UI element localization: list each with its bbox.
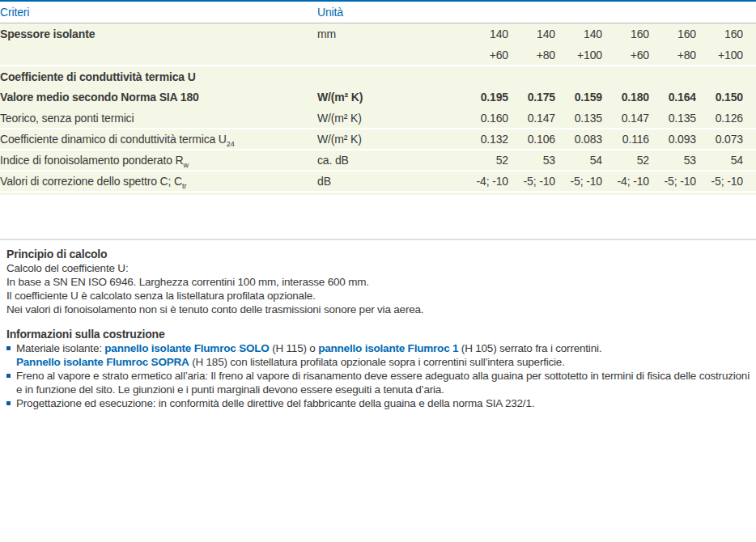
row-unit: mm <box>317 23 461 44</box>
bullet-square-icon <box>6 374 11 378</box>
cell-value: -5; -10 <box>555 171 602 192</box>
bullet-text: Progettazione ed esecuzione: in conformi… <box>16 396 756 410</box>
table-row-fonoisolamento: Indice di fonoisolamento ponderato Rw ca… <box>0 150 756 171</box>
cell-value: 54 <box>696 150 743 171</box>
product-link-flumroc-1[interactable]: pannello isolante Flumroc 1 <box>318 342 458 354</box>
table-row-correzione-spettro: Valori di correzione dello spettro C; Ct… <box>0 171 756 192</box>
section-principio-di-calcolo: Principio di calcolo Calcolo del coeffic… <box>0 248 756 316</box>
row-label-subscript: w <box>184 161 189 169</box>
row-unit: ca. dB <box>317 150 461 171</box>
group-header-label: Coefficiente di conduttività termica U <box>0 66 317 87</box>
cell-value: +100 <box>696 44 743 66</box>
bullet-text-segment: Materiale isolante: <box>16 342 104 354</box>
cell-value: -5; -10 <box>696 171 743 192</box>
table-bottom-strip <box>0 192 756 195</box>
cell-value: -5; -10 <box>508 171 555 192</box>
cell-value: 140 <box>508 23 555 44</box>
cell-value: -4; -10 <box>461 171 508 192</box>
cell-value: 52 <box>461 150 508 171</box>
product-link-flumroc-solo[interactable]: pannello isolante Flumroc SOLO <box>104 342 269 354</box>
cell-value: 0.135 <box>649 108 696 129</box>
cell-value: 140 <box>461 23 508 44</box>
cell-value: 53 <box>508 150 555 171</box>
cell-value: 0.147 <box>602 108 649 129</box>
cell-value: 0.159 <box>555 87 602 108</box>
section-title: Informazioni sulla costruzione <box>6 328 756 341</box>
section-informazioni-costruzione: Informazioni sulla costruzione Materiale… <box>0 328 756 410</box>
row-unit: dB <box>317 171 461 192</box>
table-row-group-header: Coefficiente di conduttività termica U <box>0 66 756 87</box>
row-unit: W/(m² K) <box>317 129 461 150</box>
cell-value: 53 <box>649 150 696 171</box>
table-row-dinamico: Coefficiente dinamico di conduttività te… <box>0 129 756 150</box>
cell-value: 160 <box>696 23 743 44</box>
row-label: Coefficiente dinamico di conduttività te… <box>0 129 317 150</box>
bullet-square-icon <box>6 401 11 405</box>
cell-value: 0.147 <box>508 108 555 129</box>
bullet-text-segment: (H 105) serrato fra i correntini. <box>458 342 601 354</box>
cell-value: 0.160 <box>461 108 508 129</box>
list-item: Materiale isolante: pannello isolante Fl… <box>6 341 756 369</box>
cell-value: 0.135 <box>555 108 602 129</box>
construction-bullet-list: Materiale isolante: pannello isolante Fl… <box>6 341 756 410</box>
cell-value: +80 <box>508 44 555 66</box>
row-unit: W/(m² K) <box>317 108 461 129</box>
cell-value: +100 <box>555 44 602 66</box>
principio-line: Nei valori di fonoisolamento non si è te… <box>6 303 756 316</box>
bullet-text-segment: (H 115) o <box>270 342 319 354</box>
cell-value: 0.126 <box>696 108 743 129</box>
row-label: Teorico, senza ponti termici <box>0 108 317 129</box>
cell-value: 140 <box>555 23 602 44</box>
cell-value: 0.116 <box>602 129 649 150</box>
cell-value: +80 <box>649 44 696 66</box>
product-link-flumroc-sopra[interactable]: Pannello isolante Flumroc SOPRA <box>16 356 189 368</box>
technical-data-table: Criteri Unità Spessore isolante mm 140 1… <box>0 0 756 195</box>
column-header-unita: Unità <box>317 1 461 23</box>
cell-value: 54 <box>555 150 602 171</box>
table-row-teorico: Teorico, senza ponti termici W/(m² K) 0.… <box>0 108 756 129</box>
table-row-valore-medio: Valore medio secondo Norma SIA 180 W/(m²… <box>0 87 756 108</box>
cell-value: +60 <box>602 44 649 66</box>
principio-line: Il coefficiente U è calcolato senza la l… <box>6 289 756 303</box>
row-unit: W/(m² K) <box>317 87 461 108</box>
cell-value: 160 <box>649 23 696 44</box>
cell-value: 0.150 <box>696 87 743 108</box>
cell-value: 0.195 <box>461 87 508 108</box>
cell-value: 0.093 <box>649 129 696 150</box>
cell-value: 0.073 <box>696 129 743 150</box>
principio-line: Calcolo del coefficiente U: <box>6 261 756 275</box>
column-header-criteri: Criteri <box>0 1 317 23</box>
table-header-row: Criteri Unità <box>0 1 756 23</box>
cell-value: 0.180 <box>602 87 649 108</box>
bullet-text: Freno al vapore e strato ermetico all’ar… <box>16 369 756 396</box>
row-label: Spessore isolante <box>0 23 317 44</box>
cell-value: 0.106 <box>508 129 555 150</box>
datasheet-page: Criteri Unità Spessore isolante mm 140 1… <box>0 0 756 542</box>
cell-value: 0.132 <box>461 129 508 150</box>
section-divider <box>0 239 756 240</box>
cell-value: -5; -10 <box>649 171 696 192</box>
section-title: Principio di calcolo <box>6 248 756 261</box>
row-label-subscript: 24 <box>227 140 235 148</box>
row-label: Valore medio secondo Norma SIA 180 <box>0 87 317 108</box>
cell-value: 160 <box>602 23 649 44</box>
row-label-subscript: tr <box>182 182 187 190</box>
bullet-text: Materiale isolante: pannello isolante Fl… <box>16 341 756 369</box>
table-row-spessore-line1: Spessore isolante mm 140 140 140 160 160… <box>0 23 756 44</box>
cell-value: 0.175 <box>508 87 555 108</box>
cell-value: -4; -10 <box>602 171 649 192</box>
cell-value: 0.164 <box>649 87 696 108</box>
cell-value: 52 <box>602 150 649 171</box>
cell-value: 0.083 <box>555 129 602 150</box>
bullet-text-segment: (H 185) con listellatura profilata opzio… <box>189 356 565 368</box>
row-label: Valori di correzione dello spettro C; Ct… <box>0 171 317 192</box>
table-row-spessore-line2: +60 +80 +100 +60 +80 +100 <box>0 44 756 66</box>
list-item: Freno al vapore e strato ermetico all’ar… <box>6 369 756 396</box>
list-item: Progettazione ed esecuzione: in conformi… <box>6 396 756 410</box>
cell-value: +60 <box>461 44 508 66</box>
row-label: Indice di fonoisolamento ponderato Rw <box>0 150 317 171</box>
bullet-square-icon <box>6 346 11 350</box>
principio-line: In base a SN EN ISO 6946. Larghezza corr… <box>6 275 756 289</box>
